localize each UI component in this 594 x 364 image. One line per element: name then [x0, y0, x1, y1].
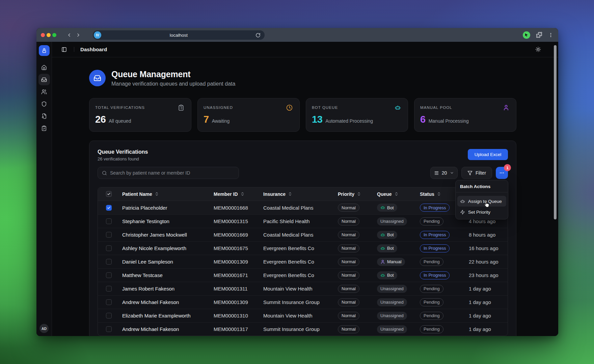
panel-header: Queue Verifications 26 verifications fou… [98, 149, 508, 167]
chevron-left-icon [66, 32, 72, 38]
status-badge: Pending [420, 325, 443, 333]
minimize-button[interactable] [47, 33, 51, 37]
table-row[interactable]: Andrew Michael Fakeson MEM00001317 Summi… [98, 322, 508, 336]
queue-badge: Unassigned [377, 217, 407, 225]
column-header-priority[interactable]: Priority [335, 191, 374, 197]
cell-insurance: Summit Insurance Group [261, 326, 335, 332]
sidebar-nav [38, 62, 50, 134]
bot-icon [460, 199, 465, 204]
row-checkbox[interactable] [106, 259, 112, 265]
page-scrollbar[interactable] [554, 45, 557, 219]
reload-button[interactable] [255, 33, 261, 38]
cell-member-id: MEM00001309 [211, 259, 261, 265]
row-checkbox[interactable] [106, 272, 112, 278]
table-row[interactable]: James Robert Fakeson MEM00001311 Mountai… [98, 282, 508, 295]
app-frame: AD Dashboard [36, 42, 558, 336]
browser-toolbar: IV localhost [36, 28, 558, 42]
table-row[interactable]: Andrew Michael Fakeson MEM00001309 Summi… [98, 295, 508, 309]
chevron-down-icon [450, 171, 454, 175]
row-checkbox[interactable] [106, 232, 112, 238]
row-checkbox[interactable] [106, 299, 112, 305]
column-header-patient-name[interactable]: Patient Name [119, 191, 211, 197]
column-header-insurance[interactable]: Insurance [261, 191, 335, 197]
sidebar: AD [36, 42, 52, 336]
table-row[interactable]: Stephanie Testington MEM00001315 Pacific… [98, 214, 508, 228]
bot-icon [380, 246, 385, 251]
recorder-extension-icon[interactable] [523, 31, 530, 39]
checkbox-cell [98, 232, 119, 238]
cell-time: 16 hours ago [466, 245, 508, 251]
sidebar-toggle-button[interactable] [61, 47, 67, 52]
address-bar[interactable]: IV localhost [93, 30, 265, 40]
row-checkbox[interactable] [106, 286, 112, 292]
filter-button[interactable]: Filter [461, 167, 492, 179]
stat-card-unassigned: UNASSIGNED 7 Awaiting [197, 98, 300, 132]
stat-sub: Automated Processing [325, 118, 373, 124]
cell-time: 22 hours ago [466, 259, 508, 265]
table-row[interactable]: Elizabeth Marie Exampleworth MEM00001310… [98, 309, 508, 322]
sidebar-item-tasks[interactable] [38, 122, 50, 134]
table-row[interactable]: Patricia Placeholder MEM00001668 Coastal… [98, 201, 508, 214]
row-checkbox[interactable] [106, 326, 112, 332]
sidebar-item-files[interactable] [38, 110, 50, 122]
table-row[interactable]: Ashley Nicole Exampleworth MEM00001675 E… [98, 241, 508, 255]
sort-icon [357, 192, 361, 196]
nav-arrows [65, 31, 82, 39]
stat-value: 26 [95, 114, 106, 125]
queue-badge: Manual [377, 258, 405, 266]
inbox-icon [41, 77, 47, 83]
clipboard-check-icon [41, 125, 47, 131]
content-area: Queue Management Manage verification que… [52, 57, 558, 336]
sidebar-item-patients[interactable] [38, 86, 50, 97]
funnel-icon [467, 171, 473, 176]
sidebar-item-home[interactable] [38, 62, 50, 73]
row-checkbox[interactable] [106, 205, 112, 211]
cell-patient-name: Patricia Placeholder [119, 205, 211, 211]
column-header-member-id[interactable]: Member ID [211, 191, 261, 197]
theme-toggle-button[interactable] [535, 47, 541, 52]
upload-excel-button[interactable]: Upload Excel [468, 149, 508, 160]
search-icon [102, 171, 107, 176]
sidebar-item-security[interactable] [38, 98, 50, 110]
close-button[interactable] [41, 33, 45, 37]
menu-title: Batch Actions [456, 180, 508, 192]
app-logo[interactable] [39, 45, 50, 56]
bot-icon [395, 104, 401, 111]
browser-menu-button[interactable] [548, 32, 554, 38]
url-text: localhost [93, 33, 265, 38]
traffic-lights [41, 33, 56, 37]
status-badge: In Progress [420, 244, 450, 252]
table-controls: Search by patient name or member ID 20 [98, 167, 508, 179]
table-row[interactable]: Matthew Testcase MEM00001671 Evergreen B… [98, 268, 508, 282]
table-row[interactable]: Christopher James Mockwell MEM00001669 C… [98, 228, 508, 241]
cell-insurance: Evergreen Benefits Co [261, 259, 335, 265]
priority-badge: Normal [338, 271, 359, 279]
row-checkbox[interactable] [106, 218, 112, 224]
user-avatar[interactable]: AD [39, 324, 49, 333]
stat-sub: All queued [109, 118, 131, 124]
stat-sub: Awaiting [212, 118, 230, 124]
zoom-button[interactable] [52, 33, 56, 37]
table-row[interactable]: Daniel Lee Sampleson MEM00001309 Evergre… [98, 255, 508, 268]
row-checkbox[interactable] [106, 313, 112, 318]
forward-button[interactable] [74, 31, 82, 39]
main-area: Dashboard Queue Management Manage verifi… [52, 42, 558, 336]
back-button[interactable] [65, 31, 73, 39]
chevron-right-icon [76, 32, 81, 38]
page-size-select[interactable]: 20 [430, 167, 458, 179]
sort-icon [437, 192, 441, 196]
stat-label: TOTAL VERIFICATIONS [95, 104, 145, 110]
sidebar-item-queue[interactable] [38, 74, 50, 85]
row-checkbox[interactable] [106, 245, 112, 251]
priority-badge: Normal [338, 204, 359, 212]
queue-badge: Bot [377, 231, 397, 239]
status-badge: In Progress [420, 231, 450, 239]
queue-badge: Unassigned [377, 285, 407, 293]
select-all-checkbox[interactable] [106, 191, 112, 197]
column-header-queue[interactable]: Queue [374, 191, 417, 197]
rows-icon [434, 171, 439, 176]
priority-badge: Normal [338, 231, 359, 239]
toolbar-extensions-area [523, 28, 554, 42]
extensions-button[interactable] [536, 32, 542, 38]
search-input[interactable]: Search by patient name or member ID [98, 167, 239, 179]
